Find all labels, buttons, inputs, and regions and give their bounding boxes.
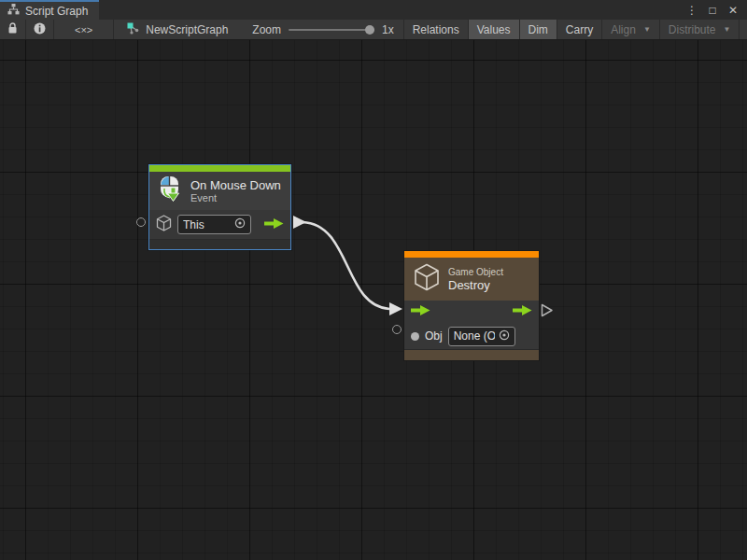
zoom-label: Zoom <box>252 23 281 36</box>
chevron-down-icon: ▼ <box>643 25 651 34</box>
edit-source-button[interactable]: <×> <box>54 20 114 39</box>
node-destroy[interactable]: Game Object Destroy Obj None (O <box>403 250 540 361</box>
chevron-down-icon: ▼ <box>724 25 731 34</box>
event-target-port[interactable] <box>136 217 146 227</box>
window-maximize-icon[interactable]: □ <box>704 2 721 19</box>
distribute-label: Distribute <box>669 23 716 36</box>
destroy-node-footer <box>404 349 539 360</box>
values-label: Values <box>477 23 511 36</box>
destroy-node-title: Destroy <box>448 278 503 292</box>
event-trigger-port[interactable] <box>292 217 305 230</box>
game-object-cube-icon <box>156 215 172 235</box>
graph-canvas[interactable] <box>0 40 747 560</box>
info-button[interactable] <box>26 20 54 39</box>
target-object-field[interactable]: This <box>177 215 251 234</box>
dim-label: Dim <box>529 23 548 36</box>
script-graph-icon <box>127 22 140 37</box>
event-node-header: On Mouse Down Event <box>149 172 290 210</box>
param-label: Obj <box>425 329 443 343</box>
destroy-node-category: Game Object <box>448 267 503 278</box>
graph-name-label: NewScriptGraph <box>146 23 228 36</box>
flow-output-arrow-icon[interactable] <box>513 303 532 320</box>
event-node-footer <box>149 239 290 249</box>
node-on-mouse-down[interactable]: On Mouse Down Event This <box>148 164 291 250</box>
destroy-exit-port[interactable] <box>541 303 554 316</box>
destroy-flow-row <box>404 301 539 323</box>
lock-icon <box>7 22 18 37</box>
align-label: Align <box>611 23 636 36</box>
zoom-slider[interactable] <box>289 29 374 31</box>
flow-input-arrow-icon[interactable] <box>411 303 430 320</box>
mouse-down-icon <box>159 176 182 205</box>
zoom-slider-handle[interactable] <box>365 25 374 35</box>
destroy-accent-bar <box>404 251 539 258</box>
distribute-dropdown[interactable]: Distribute ▼ <box>660 20 740 39</box>
graph-toolbar: <×> NewScriptGraph Zoom 1x Relations Val… <box>0 20 747 40</box>
values-button[interactable]: Values <box>469 20 520 39</box>
relations-button[interactable]: Relations <box>404 20 469 39</box>
title-bar: Script Graph ⋮ □ ✕ <box>0 0 747 20</box>
obj-object-field[interactable]: None (O <box>448 327 515 346</box>
object-picker-icon[interactable] <box>499 329 510 343</box>
flow-output-arrow-icon[interactable] <box>264 217 284 233</box>
value-port-dot-icon <box>411 332 419 341</box>
relations-label: Relations <box>413 23 459 36</box>
code-icon: <×> <box>75 24 92 35</box>
object-picker-icon[interactable] <box>234 217 246 231</box>
tab-title: Script Graph <box>25 5 88 18</box>
window-menu-icon[interactable]: ⋮ <box>684 2 700 19</box>
event-accent-bar <box>149 165 290 172</box>
event-target-row: This <box>149 210 290 239</box>
target-object-value: This <box>183 218 204 231</box>
dim-button[interactable]: Dim <box>520 20 557 39</box>
game-object-cube-icon <box>414 263 440 295</box>
obj-field-value: None (O <box>454 329 495 343</box>
event-node-title: On Mouse Down <box>190 178 281 192</box>
graph-hierarchy-icon <box>7 4 20 18</box>
zoom-control: Zoom 1x <box>237 20 403 39</box>
tab-script-graph[interactable]: Script Graph <box>0 0 99 20</box>
overview-button[interactable]: Overview <box>740 20 747 39</box>
destroy-node-header: Game Object Destroy <box>404 258 539 301</box>
align-dropdown[interactable]: Align ▼ <box>602 20 660 39</box>
graph-name-breadcrumb[interactable]: NewScriptGraph <box>114 20 237 39</box>
carry-button[interactable]: Carry <box>557 20 602 39</box>
destroy-param-row: Obj None (O <box>404 323 539 349</box>
info-icon <box>34 22 46 37</box>
lock-button[interactable] <box>0 20 26 39</box>
event-node-subtitle: Event <box>190 192 281 204</box>
window-close-icon[interactable]: ✕ <box>725 2 741 19</box>
destroy-obj-port[interactable] <box>392 325 402 334</box>
zoom-value: 1x <box>382 23 394 36</box>
carry-label: Carry <box>566 23 593 36</box>
